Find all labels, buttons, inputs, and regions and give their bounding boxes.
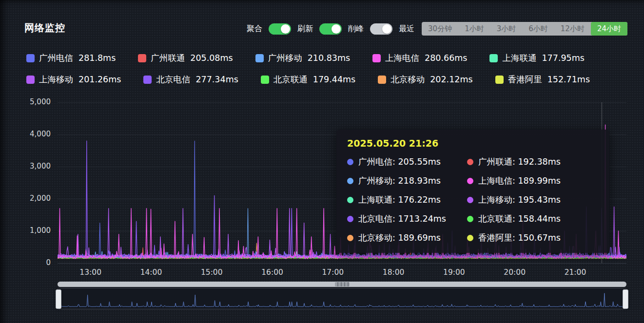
legend-name: 北京联通 bbox=[273, 74, 308, 85]
legend-value: 202.12ms bbox=[430, 75, 472, 84]
legend-value: 205.08ms bbox=[190, 53, 233, 63]
datazoom-envelope-line bbox=[59, 293, 625, 307]
time-range-button[interactable]: 30分钟 bbox=[422, 22, 458, 36]
time-range-button[interactable]: 1小时 bbox=[458, 22, 490, 36]
line-chart-svg[interactable] bbox=[58, 101, 626, 263]
network-monitor-panel: 网络监控 聚合刷新削峰最近30分钟1小时3小时6小时12小时24小时 广州电信2… bbox=[0, 0, 644, 323]
toggle-refresh[interactable] bbox=[319, 23, 342, 35]
series-line bbox=[58, 141, 626, 258]
x-axis-label: 19:00 bbox=[432, 268, 476, 277]
series-line bbox=[58, 125, 626, 259]
x-axis-label: 14:00 bbox=[129, 268, 173, 277]
legend-marker bbox=[261, 76, 269, 84]
chart-legend: 广州电信281.8ms广州联通205.08ms广州移动210.83ms上海电信2… bbox=[26, 52, 590, 85]
legend-marker bbox=[378, 76, 386, 84]
legend-value: 281.8ms bbox=[78, 53, 116, 63]
x-axis-label: 15:00 bbox=[190, 268, 234, 277]
legend-item[interactable]: 香港阿里152.71ms bbox=[495, 74, 590, 85]
y-axis-label: 3,000 bbox=[15, 162, 51, 171]
legend-name: 上海联通 bbox=[502, 52, 536, 64]
time-range-group: 30分钟1小时3小时6小时12小时24小时 bbox=[422, 22, 627, 36]
datazoom-chart-svg bbox=[59, 288, 625, 309]
legend-name: 香港阿里 bbox=[508, 74, 542, 85]
legend-value: 177.95ms bbox=[542, 53, 584, 63]
time-range-button[interactable]: 6小时 bbox=[522, 22, 554, 36]
horizontal-scrollbar[interactable] bbox=[58, 282, 626, 287]
legend-name: 北京移动 bbox=[390, 74, 425, 85]
legend-marker bbox=[26, 76, 35, 84]
toggle-knob bbox=[281, 24, 290, 34]
toggle-aggregate[interactable] bbox=[269, 23, 291, 35]
legend-marker bbox=[26, 54, 35, 62]
x-axis-label: 13:00 bbox=[69, 268, 113, 277]
time-range-button[interactable]: 3小时 bbox=[490, 22, 523, 36]
legend-value: 277.34ms bbox=[195, 75, 238, 84]
toggle-knob bbox=[332, 24, 341, 34]
legend-item[interactable]: 广州移动210.83ms bbox=[255, 52, 350, 64]
y-axis-label: 5,000 bbox=[15, 97, 51, 106]
time-range-button[interactable]: 24小时 bbox=[591, 22, 627, 36]
legend-item[interactable]: 广州电信281.8ms bbox=[26, 52, 116, 64]
legend-value: 280.66ms bbox=[425, 53, 467, 63]
x-axis-label: 20:00 bbox=[493, 268, 537, 277]
legend-marker bbox=[495, 76, 504, 84]
legend-marker bbox=[255, 54, 264, 62]
y-axis-label: 4,000 bbox=[15, 130, 51, 138]
toggle-label-refresh: 刷新 bbox=[297, 24, 313, 34]
legend-item[interactable]: 北京电信277.34ms bbox=[143, 74, 238, 85]
legend-name: 上海移动 bbox=[39, 74, 73, 85]
datazoom-navigator[interactable] bbox=[58, 288, 626, 309]
time-range-button[interactable]: 12小时 bbox=[554, 22, 591, 36]
datazoom-handle-left[interactable] bbox=[56, 289, 61, 309]
legend-item[interactable]: 上海联通177.95ms bbox=[489, 52, 584, 64]
x-axis-label: 17:00 bbox=[311, 268, 355, 277]
legend-name: 北京电信 bbox=[156, 74, 190, 85]
toggle-label-peak-shaving: 削峰 bbox=[348, 24, 364, 34]
legend-value: 210.83ms bbox=[308, 53, 350, 63]
page-title: 网络监控 bbox=[24, 21, 65, 35]
legend-name: 广州电信 bbox=[39, 52, 73, 64]
legend-value: 179.44ms bbox=[313, 75, 355, 84]
legend-name: 广州联通 bbox=[151, 52, 185, 64]
legend-row: 上海移动201.26ms北京电信277.34ms北京联通179.44ms北京移动… bbox=[26, 74, 590, 85]
legend-item[interactable]: 上海移动201.26ms bbox=[26, 74, 121, 85]
legend-marker bbox=[143, 76, 152, 84]
legend-name: 上海电信 bbox=[385, 52, 419, 64]
legend-name: 广州移动 bbox=[268, 52, 302, 64]
grid-line bbox=[58, 263, 626, 264]
legend-row: 广州电信281.8ms广州联通205.08ms广州移动210.83ms上海电信2… bbox=[26, 52, 590, 64]
legend-marker bbox=[138, 54, 146, 62]
toggle-knob bbox=[382, 24, 391, 34]
datazoom-handle-right[interactable] bbox=[623, 289, 628, 309]
axis-pointer-line bbox=[602, 102, 602, 263]
x-axis-label: 21:00 bbox=[553, 268, 597, 277]
y-axis-label: 1,000 bbox=[15, 226, 51, 235]
legend-marker bbox=[372, 54, 381, 62]
legend-value: 201.26ms bbox=[78, 75, 121, 84]
legend-marker bbox=[489, 54, 498, 62]
legend-value: 152.71ms bbox=[547, 75, 590, 84]
x-axis-label: 18:00 bbox=[371, 268, 415, 277]
toggle-label-aggregate: 聚合 bbox=[247, 24, 262, 34]
header-controls: 聚合刷新削峰最近30分钟1小时3小时6小时12小时24小时 bbox=[247, 22, 627, 36]
scrollbar-thumb[interactable] bbox=[335, 282, 350, 286]
toggle-peak-shaving[interactable] bbox=[370, 23, 392, 35]
x-axis-label: 16:00 bbox=[251, 268, 294, 277]
series-line bbox=[58, 141, 626, 258]
recent-label: 最近 bbox=[399, 24, 414, 34]
legend-item[interactable]: 北京移动202.12ms bbox=[378, 74, 472, 85]
legend-item[interactable]: 北京联通179.44ms bbox=[261, 74, 355, 85]
legend-item[interactable]: 广州联通205.08ms bbox=[138, 52, 233, 64]
y-axis-label: 0 bbox=[15, 258, 51, 267]
y-axis-label: 2,000 bbox=[15, 194, 51, 203]
legend-item[interactable]: 上海电信280.66ms bbox=[372, 52, 467, 64]
